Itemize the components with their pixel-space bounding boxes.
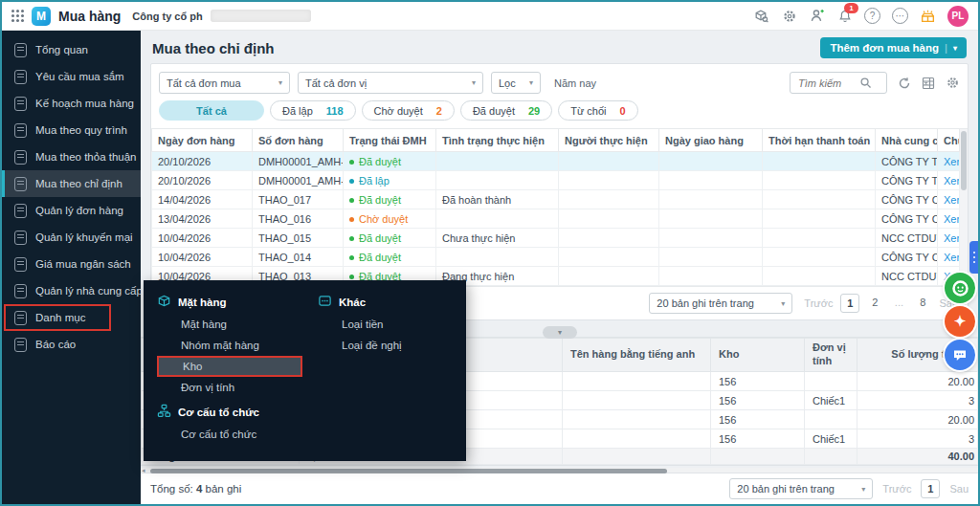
sidebar-item-report[interactable]: Báo cáo (2, 331, 141, 358)
ai-assistant-button[interactable]: ✦ (945, 306, 975, 337)
org-chart-icon (157, 404, 171, 420)
order-row[interactable]: 14/04/2026THAO_017Đã duyệtĐã hoàn thànhC… (152, 190, 960, 209)
status-label: Chờ duyệt (359, 213, 408, 225)
add-order-button-label: Thêm đơn mua hàng (830, 42, 939, 54)
table-settings-gear-icon[interactable] (946, 76, 960, 90)
order-row[interactable]: 20/10/2026DMH00001_AMH-3...Đã lậpCÔNG TY… (152, 171, 960, 190)
app-logo-letter: M (36, 10, 46, 23)
sidebar-item-label: Quản lý đơn hàng (35, 205, 123, 216)
avatar[interactable]: PL (947, 6, 969, 27)
sidebar-item-purchase-plan[interactable]: Kế hoạch mua hàng (2, 90, 141, 117)
sidebar-item-process-purchase[interactable]: Mua theo quy trình (2, 117, 141, 143)
view-action-link[interactable]: Xem ▾ (944, 252, 960, 263)
sidebar-item-overview[interactable]: Tổng quan (2, 36, 141, 63)
sidebar-item-promotion-management[interactable]: Quản lý khuyến mại (2, 224, 141, 251)
scrollbar-thumb[interactable] (150, 469, 667, 473)
supplier: CÔNG TY CỔ (876, 190, 938, 209)
status-tab-3[interactable]: Đã duyệt29 (460, 100, 552, 121)
more-square-icon (318, 294, 332, 310)
company-name-redacted (211, 10, 311, 22)
side-tab-button[interactable] (969, 241, 978, 274)
view-action-link[interactable]: Xem ▾ (944, 175, 960, 187)
actions-cell: Xem ▾ (938, 248, 960, 267)
sidebar-item-supplier-management[interactable]: Quản lý nhà cung cấp (2, 277, 141, 304)
popup-item-đơn-vị-tính[interactable]: Đơn vị tính (157, 377, 318, 398)
sidebar-item-order-management[interactable]: Quản lý đơn hàng (2, 197, 141, 224)
search-input[interactable] (796, 77, 859, 90)
page-number[interactable]: 1 (921, 479, 940, 498)
horizontal-scrollbar[interactable]: ◂ (141, 468, 978, 473)
vertical-scrollbar[interactable] (960, 129, 968, 286)
unit: Chiếc1 (805, 391, 858, 410)
filter-button[interactable]: Lọc▾ (491, 72, 541, 94)
unit-select[interactable]: Tất cả đơn vị▾ (298, 72, 483, 94)
status-tab-0[interactable]: Tất cả (159, 100, 264, 121)
prev-page-button[interactable]: Trước (882, 483, 911, 495)
column-header: Ngày giao hàng (659, 129, 763, 152)
page-number[interactable]: 8 (914, 294, 931, 311)
popup-item-mặt-hàng[interactable]: Mặt hàng (157, 314, 318, 335)
view-action-link[interactable]: Xem ▾ (944, 232, 960, 244)
order-date: 10/04/2026 (152, 229, 253, 248)
collapse-toggle[interactable]: ▾ (543, 326, 577, 339)
report-icon (14, 338, 27, 352)
view-action-link[interactable]: Xem ▾ (944, 156, 960, 167)
notification-badge: 1 (844, 3, 858, 13)
purchase-type-select[interactable]: Tất cả đơn mua▾ (159, 72, 290, 94)
order-executor (559, 209, 659, 229)
search-icon[interactable] (859, 77, 872, 89)
sidebar-item-label: Báo cáo (35, 339, 76, 350)
messenger-button[interactable] (945, 340, 975, 370)
catalog-icon (14, 311, 27, 325)
popup-item-nhóm-mặt-hàng[interactable]: Nhóm mặt hàng (157, 335, 318, 356)
warehouse: 156 (711, 372, 805, 391)
support-chat-button[interactable] (945, 273, 975, 303)
sidebar: Tổng quanYêu cầu mua sắmKế hoạch mua hàn… (2, 31, 141, 504)
page-number[interactable]: 1 (840, 294, 859, 313)
prev-page-button[interactable]: Trước (804, 297, 833, 309)
popup-item-loại-đề-nghị[interactable]: Loại đề nghị (318, 335, 466, 356)
page-number[interactable]: 2 (866, 294, 883, 311)
scroll-left-arrow-icon[interactable]: ◂ (142, 467, 145, 474)
column-header: Trạng thái ĐMH (344, 129, 436, 152)
app-grid-icon[interactable] (11, 10, 24, 22)
explore-cube-icon[interactable] (753, 8, 769, 24)
help-icon[interactable]: ? (864, 8, 880, 24)
page-size-select[interactable]: 20 bản ghi trên trang▾ (649, 293, 792, 314)
sidebar-item-budget-price[interactable]: Giá mua ngân sách (2, 251, 141, 277)
page-size-select[interactable]: 20 bản ghi trên trang▾ (729, 478, 873, 499)
add-user-icon[interactable] (809, 8, 825, 24)
view-action-link[interactable]: Xem ▾ (944, 194, 960, 206)
sidebar-item-purchase-request[interactable]: Yêu cầu mua sắm (2, 63, 141, 90)
order-row[interactable]: 10/04/2026THAO_014Đã duyệtCÔNG TY CỔXem … (152, 248, 960, 267)
popup-item-cơ-cấu-tổ-chức[interactable]: Cơ cấu tổ chức (157, 424, 318, 445)
total-value: 40.00 (858, 449, 978, 465)
view-action-link[interactable]: Xem ▾ (944, 213, 960, 225)
sidebar-item-catalog[interactable]: Danh mục (2, 304, 141, 331)
app-logo-icon[interactable]: M (32, 7, 51, 26)
export-excel-icon[interactable] (922, 77, 935, 90)
status-tab-1[interactable]: Đã lập118 (270, 100, 356, 121)
status-tab-2[interactable]: Chờ duyệt2 (362, 100, 455, 121)
whats-new-icon[interactable] (920, 8, 936, 24)
status-tab-4[interactable]: Từ chối0 (558, 100, 637, 121)
order-progress (436, 209, 559, 229)
view-action-label: Xem (944, 156, 960, 167)
next-page-button[interactable]: Sau (949, 483, 969, 495)
actions-cell: Xem ▾ (938, 190, 960, 209)
add-order-button[interactable]: Thêm đơn mua hàng | ▾ (820, 37, 967, 58)
popup-item-loại-tiền[interactable]: Loại tiền (318, 314, 466, 335)
more-ellipsis-icon[interactable]: ⋯ (892, 8, 908, 24)
refresh-icon[interactable] (898, 77, 911, 90)
notifications-bell-icon[interactable]: 1 (836, 8, 853, 24)
order-row[interactable]: 13/04/2026THAO_016Chờ duyệtCÔNG TY CỔXem… (152, 209, 960, 229)
order-row[interactable]: 20/10/2026DMH00001_AMH-3...Đã duyệtCÔNG … (152, 152, 960, 171)
settings-gear-icon[interactable] (781, 8, 797, 24)
popup-item-kho[interactable]: Kho (157, 356, 302, 377)
order-row[interactable]: 10/04/2026THAO_015Đã duyệtChưa thực hiện… (152, 229, 960, 248)
record-count: Tổng số: 4 bản ghi (150, 483, 241, 495)
column-header: Kho (711, 339, 805, 372)
scrollbar-thumb[interactable] (961, 131, 967, 190)
sidebar-item-agreement-purchase[interactable]: Mua theo thỏa thuận (2, 143, 141, 170)
sidebar-item-designated-purchase[interactable]: Mua theo chỉ định (2, 170, 141, 197)
